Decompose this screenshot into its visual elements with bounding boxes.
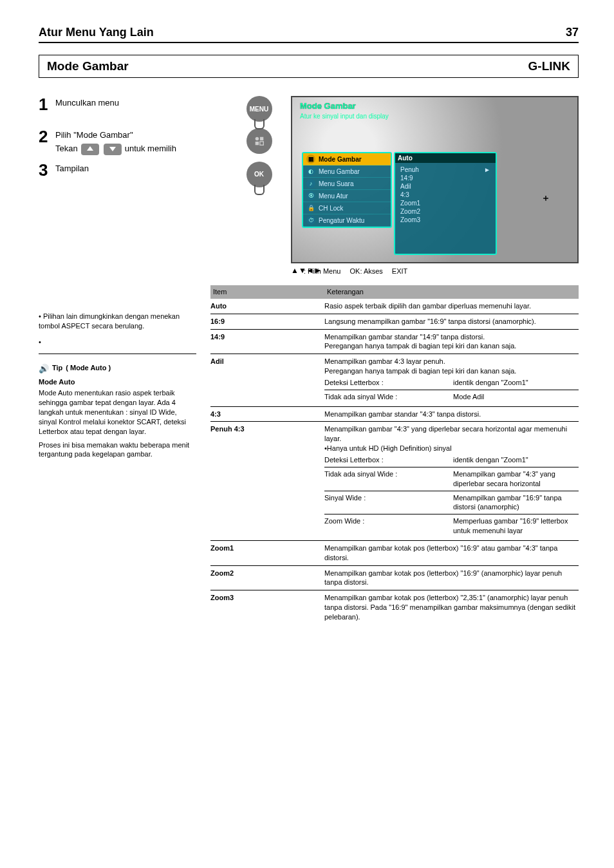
up-arrow-icon: [81, 144, 99, 155]
step-number-2: 2: [39, 128, 51, 145]
osd-left-label-2: Menu Suara: [319, 180, 353, 187]
svg-rect-3: [259, 142, 263, 145]
adil-sub-1-label: Deteksi Letterbox :: [324, 376, 453, 390]
lock-icon: 🔒: [306, 203, 315, 212]
osd-title: Mode Gambar: [300, 101, 356, 111]
osd-left-item-2[interactable]: ♪Menu Suara: [303, 178, 391, 190]
ok-button-icon: OK: [247, 162, 272, 187]
row-item-zoom1: Zoom1: [210, 541, 324, 565]
osd-left-item-4[interactable]: 🔒CH Lock: [303, 202, 391, 214]
row-desc-adil-l2: Peregangan hanya tampak di bagian tepi k…: [324, 366, 579, 376]
osd-left-label-5: Pengatur Waktu: [319, 217, 364, 224]
table-row-4-3: 4:3 Menampilkan gambar standar "4:3" tan…: [210, 407, 579, 422]
note-bullet-2: •: [39, 337, 196, 347]
osd-wide-row-6[interactable]: Zoom3: [400, 216, 490, 224]
table-row-zoom3: Zoom3 Menampilkan gambar kotak pos (lett…: [210, 590, 579, 625]
table-row-auto: Auto Rasio aspek terbaik dipilih dan gam…: [210, 299, 579, 314]
adil-sub-2-value: Mode Adil: [453, 390, 579, 404]
osd-left-label-0: Mode Gambar: [319, 156, 362, 163]
menu-button-icon: MENU: [247, 96, 272, 122]
row-desc-zoom1: Menampilkan gambar kotak pos (letterbox)…: [324, 541, 579, 565]
osd-screenshot: Mode Gambar Atur ke sinyal input dan dis…: [291, 96, 579, 263]
osd-left-label-4: CH Lock: [319, 205, 343, 212]
table-row-zoom2: Zoom2 Menampilkan gambar kotak pos (lett…: [210, 566, 579, 591]
table-row-penuh-4-3: Penuh 4:3 Menampilkan gambar "4:3" yang …: [210, 422, 579, 540]
tip-auto-title: Mode Auto: [39, 377, 196, 387]
penuh-sub-4-label: Zoom Wide :: [324, 514, 453, 538]
table-header: Item Keterangan: [210, 285, 579, 299]
section-title-left: Mode Gambar: [47, 59, 129, 73]
svg-rect-1: [259, 137, 263, 140]
row-item-zoom2: Zoom2: [210, 566, 324, 590]
osd-right-title: Auto: [395, 153, 496, 163]
penuh-sub-4-value: Memperluas gambar "16:9" letterbox untuk…: [453, 514, 579, 538]
hint-1: : Pilih Menu: [304, 267, 340, 275]
step-number-1: 1: [39, 96, 51, 113]
row-desc-zoom2: Menampilkan gambar kotak pos (letterbox)…: [324, 566, 579, 590]
osd-wide-row-4[interactable]: Zoom1: [400, 199, 490, 207]
tip-auto-body: Mode Auto menentukan rasio aspek terbaik…: [39, 388, 196, 436]
tip-heading-label: Tip: [52, 363, 62, 373]
row-item-auto: Auto: [210, 299, 324, 314]
row-desc-149-l1: Menampilkan gambar standar "14:9" tanpa …: [324, 332, 579, 342]
settings-icon: ⦿: [306, 191, 315, 200]
row-desc-auto: Rasio aspek terbaik dipilih dan gambar d…: [324, 299, 579, 314]
osd-left-label-1: Menu Gambar: [319, 168, 360, 175]
timer-icon: ⏱: [306, 216, 315, 225]
page-header: Atur Menu Yang Lain 37: [39, 26, 579, 43]
page-title: Atur Menu Yang Lain: [39, 26, 154, 39]
speaker-icon: [39, 363, 49, 373]
svg-rect-2: [255, 142, 258, 145]
row-item-penuh43: Penuh 4:3: [210, 422, 324, 540]
step-2-text-2: "Mode Gambar": [73, 130, 133, 140]
row-desc-penuh43-l2: •Hanya untuk HD (High Definition) sinyal: [324, 444, 579, 453]
step-number-3: 3: [39, 162, 51, 178]
th-item: Item: [213, 287, 327, 297]
step-1-text: Munculkan menu: [55, 96, 237, 109]
svg-point-0: [255, 137, 258, 140]
th-desc: Keterangan: [327, 287, 364, 297]
penuh-sub-3-label: Sinyal Wide :: [324, 491, 453, 514]
osd-wide-row-5[interactable]: Zoom2: [400, 207, 490, 216]
table-row-zoom1: Zoom1 Menampilkan gambar kotak pos (lett…: [210, 541, 579, 566]
osd-wide-row-1[interactable]: 14:9: [400, 174, 490, 182]
osd-left-item-5[interactable]: ⏱Pengatur Waktu: [303, 214, 391, 227]
step-3-text: Tampilan: [55, 162, 237, 175]
osd-left-label-3: Menu Atur: [319, 193, 348, 200]
row-item-169: 16:9: [210, 314, 324, 329]
osd-hints: ▲▼◄►: Pilih Menu OK: Akses EXIT: [291, 266, 579, 276]
table-row-14-9: 14:9 Menampilkan gambar standar "14:9" t…: [210, 330, 579, 355]
osd-subtitle: Atur ke sinyal input dan display: [300, 113, 389, 120]
osd-left-item-0[interactable]: ▦ Mode Gambar: [303, 153, 391, 165]
down-arrow-icon: [104, 144, 122, 155]
four-square-icon: [247, 128, 272, 154]
penuh-sub-3-value: Menampilkan gambar "16:9" tanpa distorsi…: [453, 491, 579, 514]
osd-left-item-3[interactable]: ⦿Menu Atur: [303, 190, 391, 202]
row-item-adil: Adil: [210, 354, 324, 406]
penuh-sub-1-label: Deteksi Letterbox :: [324, 453, 453, 467]
row-desc-43-l1: Menampilkan gambar standar "4:3" tanpa d…: [324, 410, 579, 419]
mode-icon: ▦: [306, 155, 315, 164]
table-row-16-9: 16:9 Langsung menampilkan gambar "16:9" …: [210, 314, 579, 330]
page-number: 37: [566, 26, 579, 39]
osd-wide-row-2[interactable]: Adil: [400, 182, 490, 191]
dpad-icon: ▲▼◄►: [291, 266, 301, 276]
section-title-right: G-LINK: [528, 59, 570, 73]
step-2-note-2: untuk memilih: [125, 144, 176, 155]
hint-3: EXIT: [392, 267, 407, 275]
row-item-43: 4:3: [210, 407, 324, 422]
penuh-sub-2-label: Tidak ada sinyal Wide :: [324, 467, 453, 491]
osd-wide-row-3[interactable]: 4:3: [400, 191, 490, 199]
osd-left-item-1[interactable]: ◐Menu Gambar: [303, 165, 391, 178]
osd-left-menu: ▦ Mode Gambar ◐Menu Gambar ♪Menu Suara ⦿…: [302, 152, 392, 228]
osd-wide-row-0[interactable]: Penuh►: [400, 165, 490, 174]
section-title-box: Mode Gambar G-LINK: [39, 55, 579, 78]
adil-sub-1-value: identik dengan "Zoom1": [453, 376, 579, 390]
step-2-text-1: Pilih: [55, 130, 71, 140]
hint-2: OK: Akses: [349, 267, 382, 275]
step-2-note-1: Tekan: [55, 144, 78, 155]
row-desc-penuh43-l1: Menampilkan gambar "4:3" yang diperlebar…: [324, 424, 579, 444]
adil-sub-2-label: Tidak ada sinyal Wide :: [324, 390, 453, 404]
tip-heading: Tip ( Mode Auto ): [39, 363, 196, 373]
row-item-zoom3: Zoom3: [210, 590, 324, 625]
